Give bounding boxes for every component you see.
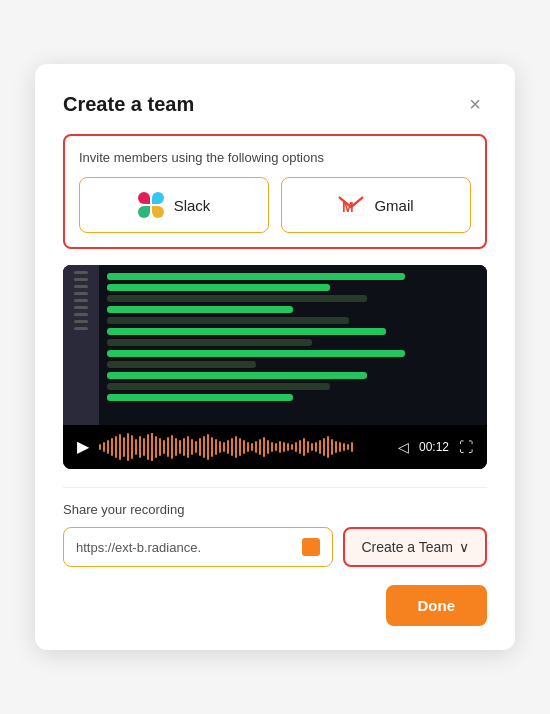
time-display: 00:12 bbox=[419, 440, 449, 454]
waveform-bar bbox=[115, 436, 117, 458]
copy-icon[interactable] bbox=[302, 538, 320, 556]
waveform-bar bbox=[331, 439, 333, 455]
waveform-bar bbox=[255, 441, 257, 453]
waveform-bar bbox=[231, 438, 233, 456]
waveform bbox=[99, 433, 388, 461]
share-row: https://ext-b.radiance. Create a Team ∨ bbox=[63, 527, 487, 567]
waveform-bar bbox=[271, 442, 273, 452]
waveform-bar bbox=[339, 442, 341, 452]
create-team-modal: Create a team × Invite members using the… bbox=[35, 64, 515, 650]
waveform-bar bbox=[243, 440, 245, 454]
waveform-bar bbox=[259, 439, 261, 455]
waveform-bar bbox=[327, 436, 329, 458]
waveform-bar bbox=[211, 437, 213, 457]
waveform-bar bbox=[159, 438, 161, 456]
waveform-bar bbox=[311, 443, 313, 451]
svg-text:M: M bbox=[342, 199, 354, 215]
waveform-bar bbox=[219, 441, 221, 453]
waveform-bar bbox=[167, 437, 169, 457]
waveform-bar bbox=[279, 441, 281, 453]
create-team-label: Create a Team bbox=[361, 539, 453, 555]
waveform-bar bbox=[199, 438, 201, 456]
waveform-bar bbox=[215, 439, 217, 455]
waveform-bar bbox=[171, 435, 173, 459]
slack-label: Slack bbox=[174, 197, 211, 214]
gmail-label: Gmail bbox=[374, 197, 413, 214]
waveform-bar bbox=[267, 440, 269, 454]
waveform-bar bbox=[283, 442, 285, 452]
invite-label: Invite members using the following optio… bbox=[79, 150, 471, 165]
play-button[interactable]: ▶ bbox=[77, 439, 89, 455]
waveform-bar bbox=[111, 438, 113, 456]
waveform-bar bbox=[223, 442, 225, 452]
video-sidebar bbox=[63, 265, 99, 425]
gmail-invite-button[interactable]: M Gmail bbox=[281, 177, 471, 233]
waveform-bar bbox=[179, 440, 181, 454]
waveform-bar bbox=[151, 433, 153, 461]
waveform-bar bbox=[247, 442, 249, 452]
waveform-bar bbox=[147, 434, 149, 460]
chevron-down-icon: ∨ bbox=[459, 539, 469, 555]
waveform-bar bbox=[319, 440, 321, 454]
waveform-bar bbox=[323, 438, 325, 456]
waveform-bar bbox=[135, 439, 137, 455]
share-label: Share your recording bbox=[63, 502, 487, 517]
gmail-icon: M bbox=[338, 192, 364, 218]
waveform-bar bbox=[263, 437, 265, 457]
video-content bbox=[99, 265, 487, 425]
waveform-bar bbox=[291, 444, 293, 450]
close-button[interactable]: × bbox=[463, 92, 487, 116]
waveform-bar bbox=[287, 443, 289, 451]
waveform-bar bbox=[207, 434, 209, 460]
waveform-bar bbox=[99, 444, 101, 450]
waveform-bar bbox=[335, 441, 337, 453]
share-link-text: https://ext-b.radiance. bbox=[76, 540, 294, 555]
waveform-bar bbox=[163, 440, 165, 454]
invite-section: Invite members using the following optio… bbox=[63, 134, 487, 249]
waveform-bar bbox=[107, 440, 109, 454]
waveform-bar bbox=[187, 436, 189, 458]
waveform-bar bbox=[119, 434, 121, 460]
waveform-bar bbox=[203, 436, 205, 458]
waveform-bar bbox=[303, 438, 305, 456]
waveform-bar bbox=[183, 438, 185, 456]
invite-options: Slack M Gmail bbox=[79, 177, 471, 233]
share-section: Share your recording https://ext-b.radia… bbox=[63, 502, 487, 567]
waveform-bar bbox=[139, 436, 141, 458]
done-button[interactable]: Done bbox=[386, 585, 488, 626]
waveform-bar bbox=[143, 438, 145, 456]
divider bbox=[63, 487, 487, 488]
waveform-bar bbox=[103, 442, 105, 452]
waveform-bar bbox=[347, 444, 349, 450]
waveform-bar bbox=[175, 438, 177, 456]
waveform-bar bbox=[299, 440, 301, 454]
waveform-bar bbox=[251, 443, 253, 451]
fullscreen-icon[interactable]: ⛶ bbox=[459, 439, 473, 455]
waveform-bar bbox=[351, 442, 353, 452]
waveform-bar bbox=[235, 436, 237, 458]
waveform-bar bbox=[155, 436, 157, 458]
modal-header: Create a team × bbox=[63, 92, 487, 116]
video-thumbnail bbox=[63, 265, 487, 425]
volume-icon: ◁ bbox=[398, 439, 409, 455]
waveform-bar bbox=[307, 441, 309, 453]
waveform-bar bbox=[295, 442, 297, 452]
share-link-box: https://ext-b.radiance. bbox=[63, 527, 333, 567]
waveform-bar bbox=[275, 443, 277, 451]
waveform-bar bbox=[127, 433, 129, 461]
slack-icon bbox=[138, 192, 164, 218]
create-team-button[interactable]: Create a Team ∨ bbox=[343, 527, 487, 567]
waveform-bar bbox=[131, 435, 133, 459]
waveform-bar bbox=[239, 438, 241, 456]
waveform-bar bbox=[227, 440, 229, 454]
waveform-bar bbox=[343, 443, 345, 451]
done-row: Done bbox=[63, 585, 487, 626]
slack-invite-button[interactable]: Slack bbox=[79, 177, 269, 233]
video-controls: ▶ ◁ 00:12 ⛶ bbox=[63, 425, 487, 469]
waveform-bar bbox=[315, 442, 317, 452]
waveform-bar bbox=[195, 441, 197, 453]
waveform-bar bbox=[123, 437, 125, 457]
waveform-bar bbox=[191, 439, 193, 455]
video-section: ▶ ◁ 00:12 ⛶ bbox=[63, 265, 487, 469]
modal-title: Create a team bbox=[63, 93, 194, 116]
